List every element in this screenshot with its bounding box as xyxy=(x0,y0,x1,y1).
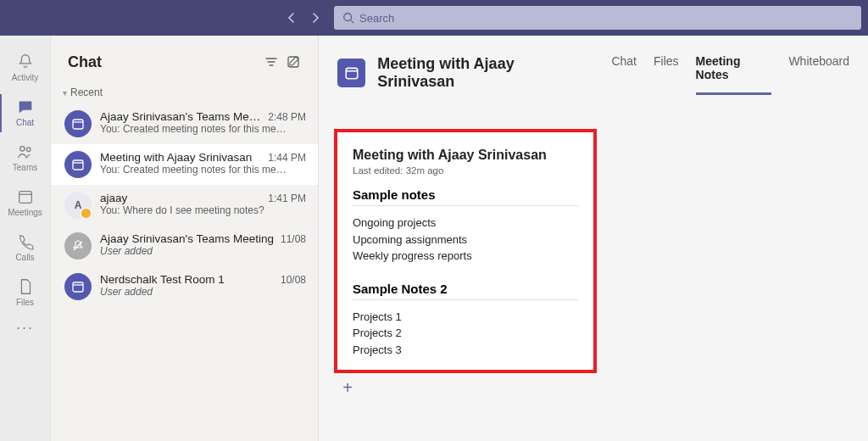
rail-activity[interactable]: Activity xyxy=(0,46,51,91)
phone-icon xyxy=(16,232,35,251)
svg-point-2 xyxy=(19,147,24,152)
svg-point-3 xyxy=(26,148,31,152)
note-line: Projects 3 xyxy=(353,342,578,359)
user-avatar: A xyxy=(64,192,92,219)
rail-teams[interactable]: Teams xyxy=(0,136,51,181)
file-icon xyxy=(16,277,35,296)
search-input[interactable] xyxy=(359,12,853,25)
rail-label: Meetings xyxy=(8,208,42,217)
content-area: Meeting with Ajaay Srinivasan Chat Files… xyxy=(319,36,868,441)
rail-meetings[interactable]: Meetings xyxy=(0,181,51,226)
chat-item[interactable]: Ajaay Srinivasan's Teams Meeting11/08 Us… xyxy=(51,226,318,266)
chat-item[interactable]: Ajaay Srinivasan's Teams Mee…2:48 PM You… xyxy=(51,103,318,144)
calendar-avatar-icon xyxy=(64,273,92,300)
chat-item-preview: You: Created meeting notes for this me… xyxy=(100,123,306,135)
chat-item-title: ajaay xyxy=(100,192,261,204)
tab-whiteboard[interactable]: Whiteboard xyxy=(788,51,849,95)
new-chat-button[interactable] xyxy=(282,51,304,73)
rail-label: Chat xyxy=(16,118,34,127)
chat-icon xyxy=(16,98,35,116)
chat-item-preview: User added xyxy=(100,286,306,298)
chat-item[interactable]: A ajaay1:41 PM You: Where do I see meeti… xyxy=(51,185,318,226)
chat-item-title: Ajaay Srinivasan's Teams Meeting xyxy=(100,232,274,245)
rail-label: Activity xyxy=(12,73,39,82)
chat-item-time: 2:48 PM xyxy=(268,111,306,123)
notes-title: Meeting with Ajaay Srinivasan xyxy=(353,148,578,163)
filter-button[interactable] xyxy=(260,51,282,73)
meeting-avatar-icon xyxy=(337,59,365,87)
rail-label: Teams xyxy=(13,163,37,172)
note-line: Weekly progress reports xyxy=(353,248,578,265)
recent-label: Recent xyxy=(70,87,103,98)
app-rail: Activity Chat Teams Meetings Calls Files… xyxy=(0,36,51,441)
section-heading: Sample Notes 2 xyxy=(353,282,578,296)
teams-icon xyxy=(16,142,35,161)
note-line: Projects 2 xyxy=(353,325,578,342)
search-box[interactable] xyxy=(334,6,861,30)
chevron-down-icon: ▾ xyxy=(63,88,67,98)
nav-back-button[interactable] xyxy=(283,9,300,26)
rail-label: Calls xyxy=(15,253,34,262)
tab-meeting-notes[interactable]: Meeting Notes xyxy=(696,51,772,95)
chat-item-time: 10/08 xyxy=(281,274,306,286)
nav-forward-button[interactable] xyxy=(307,9,324,26)
chat-item-preview: User added xyxy=(100,245,306,257)
calendar-icon xyxy=(16,187,35,206)
svg-rect-14 xyxy=(346,68,358,78)
tab-chat[interactable]: Chat xyxy=(611,51,637,95)
note-line: Upcoming assignments xyxy=(353,232,578,248)
svg-line-1 xyxy=(351,20,354,24)
rail-calls[interactable]: Calls xyxy=(0,226,51,271)
rail-chat[interactable]: Chat xyxy=(0,91,51,136)
chat-item-time: 1:44 PM xyxy=(268,152,306,164)
section-heading: Sample notes xyxy=(353,187,578,202)
notes-document[interactable]: Meeting with Ajaay Srinivasan Last edite… xyxy=(334,129,597,373)
calendar-avatar-icon xyxy=(64,110,92,137)
page-title: Meeting with Ajaay Srinivasan xyxy=(377,55,591,91)
chat-item-time: 1:41 PM xyxy=(268,193,306,204)
svg-rect-4 xyxy=(19,192,31,204)
chat-item-title: Nerdschalk Test Room 1 xyxy=(100,273,274,286)
calendar-avatar-icon xyxy=(64,151,92,178)
svg-rect-12 xyxy=(73,282,83,292)
divider xyxy=(353,299,578,300)
divider xyxy=(353,205,578,206)
svg-point-0 xyxy=(344,14,352,21)
bell-icon xyxy=(16,53,35,71)
tab-files[interactable]: Files xyxy=(654,51,679,95)
search-icon xyxy=(342,12,354,24)
chat-heading: Chat xyxy=(68,53,260,71)
chat-item-title: Meeting with Ajaay Srinivasan xyxy=(100,151,261,164)
rail-files[interactable]: Files xyxy=(0,271,51,315)
add-section-button[interactable]: + xyxy=(337,378,358,398)
nav-arrows xyxy=(283,9,324,26)
recent-section-toggle[interactable]: ▾ Recent xyxy=(51,83,318,103)
rail-label: Files xyxy=(16,298,34,307)
chat-list-panel: Chat ▾ Recent Ajaay Srinivasan's Teams M… xyxy=(51,36,319,441)
chat-item[interactable]: Nerdschalk Test Room 110/08 User added xyxy=(51,266,318,307)
chat-item-preview: You: Where do I see meeting notes? xyxy=(100,204,306,216)
svg-rect-9 xyxy=(73,160,83,170)
chat-item[interactable]: Meeting with Ajaay Srinivasan1:44 PM You… xyxy=(51,144,318,185)
note-line: Ongoing projects xyxy=(353,215,578,232)
svg-rect-7 xyxy=(73,120,83,129)
notes-last-edited: Last edited: 32m ago xyxy=(353,165,578,176)
chat-item-time: 11/08 xyxy=(281,233,306,245)
muted-avatar-icon xyxy=(64,232,92,260)
chat-item-title: Ajaay Srinivasan's Teams Mee… xyxy=(100,110,261,123)
rail-more-button[interactable]: ··· xyxy=(16,319,34,337)
top-bar xyxy=(0,0,868,36)
chat-item-preview: You: Created meeting notes for this me… xyxy=(100,164,306,176)
tabs: Chat Files Meeting Notes Whiteboard xyxy=(611,51,849,95)
note-line: Projects 1 xyxy=(353,309,578,326)
content-header: Meeting with Ajaay Srinivasan Chat Files… xyxy=(319,36,868,95)
